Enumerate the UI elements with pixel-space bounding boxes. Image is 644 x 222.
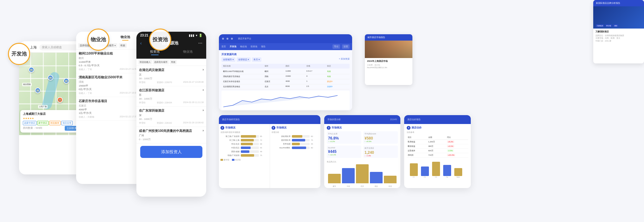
rc-header-1: 某国际酒店品牌分析报告 <box>593 0 644 6</box>
val-row-4: 净利润 710万 +15.4% <box>407 153 468 157</box>
nav-home[interactable]: 首页 <box>221 45 226 48</box>
invest-item-1[interactable]: 在湖北武汉做酒店 › 汉 30 - 1000万 李雪铃 资源ID: 229070… <box>136 66 206 86</box>
invest-item-4[interactable]: 或者广州投资100间房量的中高档酒店 › 广州 0 - 1000万 <box>136 127 206 143</box>
nav-report[interactable]: 报告 <box>261 45 266 48</box>
list-item[interactable]: 郴州11000平米物业出租 › 郴州 11000平米 0.5 - 0.7元/平方… <box>76 49 143 73</box>
item-footer: 创建人：刘素楠 2024-02-22 17:37:34 <box>79 115 140 119</box>
bar-chart-market: 珠三角/广东深圳 85 长三角/上海 72 <box>220 135 268 157</box>
app-name: 酒店开发平台 <box>238 37 251 40</box>
back-btn[interactable]: ‹ <box>140 41 142 46</box>
settings-btn[interactable]: 设置 <box>342 44 350 49</box>
supply-block-label-3: RevPAR <box>328 147 360 149</box>
bar-section-label: 各品类占比 <box>327 160 398 163</box>
val-table: 项目 金额 同比 客房收益 1,250万 +8.2% 餐饮收益 <box>407 135 468 158</box>
filter-valid[interactable]: 有效 <box>119 43 127 48</box>
report-card-1: 某国际酒店品牌分析报告 万豪集团 希尔顿 洲际 万豪国际酒店 品牌定位：全球高端… <box>593 0 644 63</box>
phone-filter-valid[interactable]: 有效 <box>170 60 177 64</box>
list-item[interactable]: 石家庄市井径县项目 › 石家庄 4000平 1元/平方/天 创建人：刘素楠 20… <box>76 97 143 121</box>
mobile-screen-3: 23:21 ▮▮▮ ▾ 🔋 ‹ 投资源池 ··· 投资池 物业池 筛选创建人 <box>136 32 206 197</box>
section-num-supply: 3 <box>327 126 331 130</box>
filter-chip-1[interactable]: 全部城市 ▾ <box>221 57 235 62</box>
dash-nav: 首页 开发池 物业池 投资池 报告 导出 设置 <box>219 43 352 50</box>
supply-track-3 <box>292 143 310 145</box>
v-bar-1: 豪华 <box>328 174 341 183</box>
add-investor-btn[interactable]: 添加投资人 <box>140 146 202 158</box>
v-bar-label-5: 民宿 <box>389 185 392 187</box>
item-city: 石家庄 <box>79 104 140 108</box>
filter-chip-2[interactable]: 全部状态 ▾ <box>237 57 251 62</box>
item-footer: 创建人：丁莉 2024-02-27 10:37:32 <box>79 92 140 95</box>
map-pin[interactable]: 🏢 <box>48 75 53 81</box>
table-row[interactable]: 郴州11000平米物业出租 郴州 11000 0.5-0.7 有效 <box>221 69 350 74</box>
search-bar[interactable]: 搜索人员或楼盘 <box>39 44 79 50</box>
phone-tab-property[interactable]: 物业池 <box>172 49 204 56</box>
map-pin[interactable]: 🏢 <box>29 67 34 73</box>
export-btn[interactable]: 导出 <box>332 44 340 49</box>
chart-area <box>221 91 350 110</box>
col-price: 价格 <box>306 65 327 68</box>
rc-img-1: 万豪集团 希尔顿 洲际 <box>593 6 644 29</box>
dashboard-main: 酒店开发平台 首页 开发池 物业池 投资池 报告 导出 设置 开发资源列表 全部… <box>219 34 352 110</box>
table-row[interactable]: 北京朝阳区商业物业 北京 8000 2.5 洽谈中 <box>221 84 350 89</box>
supply-fill-3 <box>292 143 300 145</box>
td-area: 15000 <box>286 75 306 78</box>
svg-text:预测: 预测 <box>457 176 460 178</box>
item-area: 4000平 <box>79 108 140 111</box>
phone-tab-invest[interactable]: 投资池 <box>139 49 171 56</box>
val-col-3: 同比 <box>446 135 469 140</box>
table-row[interactable]: 渭南高新区毛坯物业 渭南 15000 0 有效 <box>221 74 350 79</box>
invest-city-3: 深 <box>139 114 204 117</box>
map-pin-selected[interactable]: 🏨 <box>57 97 63 103</box>
phone-header: ‹ 投资源池 ··· <box>136 38 206 48</box>
col-area: 面积 <box>286 65 306 68</box>
phone-tabs: 投资池 物业池 <box>136 48 206 59</box>
item-title: 郴州11000平米物业出租 › <box>79 51 140 56</box>
dashboard-valuation: 酒店估价报告 4 酒店估价 估价参考 项目 金额 同比 <box>404 115 471 188</box>
svg-rect-0 <box>410 163 418 176</box>
rc-title-1: 万豪国际酒店 <box>595 30 642 33</box>
nav-dev[interactable]: 开发池 <box>230 45 236 48</box>
supply-val-1: 60 <box>311 135 319 137</box>
val-td-6: +3.1% <box>446 144 469 148</box>
filter-chip-3[interactable]: 本月 ▾ <box>252 57 261 62</box>
signal-icon: ▮▮▮ <box>189 34 194 37</box>
market-content: 2 市场情况 全国/城市酒店市场数据 珠三角/广东深圳 85 <box>219 124 320 188</box>
svg-text:Q3: Q3 <box>435 176 437 178</box>
val-td-2: 1,250万 <box>427 140 446 144</box>
table-row[interactable]: 石家庄市井径县项目 石家庄 4000 1 跟进中 <box>221 79 350 84</box>
map-pin[interactable]: 🏢 <box>35 88 41 93</box>
rc-tag: 万豪集团 <box>596 24 604 27</box>
map-pin[interactable]: 🏢 <box>63 78 69 84</box>
v-bar-5: 民宿 <box>384 176 397 183</box>
phone-filter-creator[interactable]: 筛选创建人 <box>138 60 152 64</box>
add-resource-btn[interactable]: + 添加资源 <box>339 57 350 62</box>
val-td-5: 380万 <box>427 144 446 148</box>
phone-filter-city[interactable]: 选择意向城市 <box>153 60 169 64</box>
invest-item-2[interactable]: 在江苏苏州做酒店 › 苏 30 - 1000万 李雪铃 资源ID: 228434… <box>136 86 206 107</box>
right-panel: 3 市场情况 供需分析 供给增长率 60 需求增长率 <box>270 124 321 188</box>
supply-report-title: 市场供需分析 <box>327 118 341 121</box>
nav-prop[interactable]: 物业池 <box>240 45 247 48</box>
supply-fill-1 <box>292 135 303 138</box>
supply-block-val-4: 1,240 <box>365 150 397 155</box>
invest-pool-badge: 投资池 <box>149 29 171 51</box>
td-name: 石家庄市井径县项目 <box>223 80 265 83</box>
supply-track-1 <box>292 135 310 138</box>
section-title: 开发资源列表 <box>221 53 350 56</box>
nav-invest[interactable]: 投资池 <box>251 45 257 48</box>
list-item[interactable]: 渭南高新区毛坯物业15000平米 › 渭南 15000平 0元/平方/天 创建人… <box>76 73 143 97</box>
dev-pool-badge: 开发池 <box>8 43 30 65</box>
rc-header-2: 城市酒店市场报告 <box>365 34 412 41</box>
supply-block-val-1: 76.8% <box>328 136 360 140</box>
invest-item-3[interactable]: 在广东深圳做酒店 › 深 30 - 1000万 李雪铃 资源ID: 228162… <box>136 107 206 127</box>
phone-filters: 筛选创建人 选择意向城市 有效 <box>136 59 206 66</box>
dash-top-bar-4: 酒店估价报告 <box>404 115 471 124</box>
svg-text:Q1: Q1 <box>413 176 415 178</box>
search-placeholder: 搜索人员或楼盘 <box>42 46 62 49</box>
mobile-screen-2: 投资池 物业池 选择创建人 选择物业城市 有效 郴州11000平米物业出租 › … <box>76 32 143 184</box>
val-bar-chart: Q1 Q2 Q3 Q4 预测 <box>407 160 468 178</box>
trend-chart <box>223 94 348 108</box>
tab-property[interactable]: 物业池 <box>110 34 140 42</box>
invest-range-2: 30 - 1000万 <box>139 97 204 101</box>
more-btn[interactable]: ··· <box>198 40 202 46</box>
